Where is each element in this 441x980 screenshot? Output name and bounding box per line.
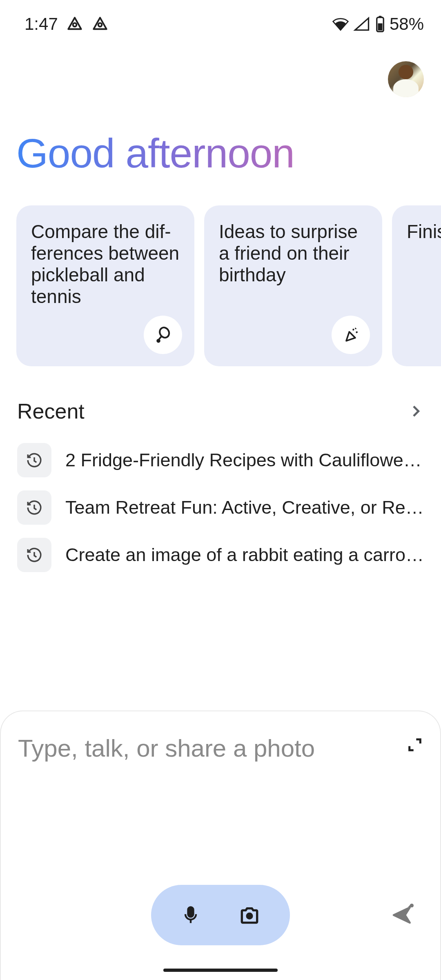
suggestion-card[interactable]: Ideas to surprise a friend on their birt… — [204, 205, 382, 366]
notification-icon — [66, 16, 83, 33]
history-icon-box — [17, 490, 51, 525]
suggestion-icon-circle — [144, 316, 182, 354]
recent-item[interactable]: Team Retreat Fun: Active, Creative, or R… — [17, 490, 424, 525]
chevron-right-icon — [408, 403, 424, 419]
svg-point-6 — [157, 340, 160, 342]
notification-icon — [91, 16, 109, 33]
input-row: Type, talk, or share a photo — [18, 734, 423, 762]
history-icon-box — [17, 538, 51, 572]
recent-item-text: Team Retreat Fun: Active, Creative, or R… — [65, 497, 424, 518]
expand-icon[interactable] — [407, 737, 423, 753]
suggestion-text: Ideas to surprise a friend on their birt… — [219, 221, 368, 286]
profile-avatar[interactable] — [388, 61, 424, 97]
recent-section: Recent 2 Fridge-Friendly Recipes with Ca… — [0, 366, 441, 572]
party-icon — [342, 326, 360, 344]
suggestion-text: Compare the dif­ferences between pickleb… — [31, 221, 180, 307]
svg-point-0 — [73, 23, 76, 27]
suggestion-text: Finish podca — [407, 221, 441, 243]
microphone-icon[interactable] — [180, 904, 201, 926]
history-icon — [26, 452, 43, 469]
signal-icon — [353, 15, 371, 33]
svg-point-8 — [247, 914, 252, 919]
history-icon — [26, 499, 43, 516]
history-icon-box — [17, 443, 51, 477]
svg-rect-4 — [378, 23, 382, 30]
suggestion-card[interactable]: Compare the dif­ferences between pickleb… — [16, 205, 194, 366]
greeting-text: Good afternoon — [16, 130, 441, 177]
suggestion-icon-circle — [332, 316, 370, 354]
recent-item-text: 2 Fridge-Friendly Recipes with Cauliflow… — [65, 450, 424, 471]
status-bar: 1:47 58% — [0, 0, 441, 37]
battery-icon — [374, 15, 386, 33]
svg-point-9 — [411, 904, 413, 906]
status-left: 1:47 — [24, 14, 109, 34]
history-icon — [26, 546, 43, 564]
mic-camera-pill — [151, 885, 290, 945]
prompt-input[interactable]: Type, talk, or share a photo — [18, 734, 315, 762]
input-area: Type, talk, or share a photo — [0, 710, 441, 980]
home-indicator[interactable] — [163, 969, 278, 972]
svg-point-1 — [98, 23, 102, 27]
suggestion-card[interactable]: Finish podca — [392, 205, 441, 366]
recent-title: Recent — [17, 399, 85, 423]
tennis-icon — [154, 326, 172, 344]
status-time: 1:47 — [24, 14, 58, 34]
send-icon[interactable] — [391, 904, 414, 927]
svg-rect-7 — [188, 907, 194, 917]
suggestion-cards: Compare the dif­ferences between pickleb… — [0, 177, 441, 366]
recent-header[interactable]: Recent — [17, 399, 424, 423]
wifi-icon — [332, 15, 350, 33]
greeting: Good afternoon — [0, 97, 441, 177]
battery-percentage: 58% — [390, 14, 424, 34]
camera-icon[interactable] — [238, 904, 261, 927]
recent-item-text: Create an image of a rabbit eating a car… — [65, 544, 424, 566]
avatar-row — [0, 37, 441, 97]
recent-items: 2 Fridge-Friendly Recipes with Cauliflow… — [17, 443, 424, 572]
recent-item[interactable]: Create an image of a rabbit eating a car… — [17, 538, 424, 572]
recent-item[interactable]: 2 Fridge-Friendly Recipes with Cauliflow… — [17, 443, 424, 477]
status-right: 58% — [332, 14, 424, 34]
svg-rect-3 — [379, 16, 381, 18]
bottom-controls — [1, 885, 440, 945]
